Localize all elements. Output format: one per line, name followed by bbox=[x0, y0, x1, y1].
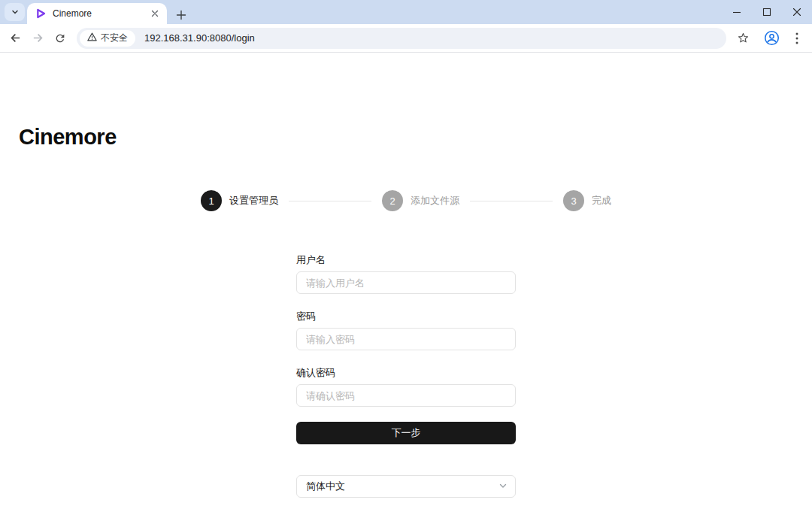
step-2-label: 添加文件源 bbox=[411, 194, 459, 208]
close-window-button[interactable] bbox=[782, 0, 812, 24]
tab-title: Cinemore bbox=[53, 8, 149, 19]
security-chip[interactable]: 不安全 bbox=[80, 30, 135, 47]
warning-triangle-icon bbox=[87, 32, 97, 44]
language-select[interactable]: 简体中文 bbox=[296, 475, 516, 498]
address-bar[interactable]: 不安全 192.168.31.90:8080/login bbox=[77, 28, 726, 49]
setup-stepper: 1 设置管理员 2 添加文件源 3 完成 bbox=[0, 190, 812, 211]
minimize-button[interactable] bbox=[722, 0, 752, 24]
next-step-button[interactable]: 下一步 bbox=[296, 422, 516, 444]
maximize-button[interactable] bbox=[752, 0, 782, 24]
forward-button[interactable] bbox=[27, 28, 48, 49]
step-1-label: 设置管理员 bbox=[229, 194, 278, 208]
confirm-password-label: 确认密码 bbox=[296, 366, 516, 380]
browser-tab[interactable]: Cinemore bbox=[27, 3, 167, 24]
password-label: 密码 bbox=[296, 310, 516, 323]
page-title: Cinemore bbox=[19, 125, 117, 150]
step-2-circle: 2 bbox=[382, 190, 403, 211]
chevron-down-icon bbox=[11, 5, 19, 19]
window-controls bbox=[722, 0, 812, 24]
security-label: 不安全 bbox=[101, 32, 128, 44]
step-set-admin: 1 设置管理员 bbox=[201, 190, 278, 211]
page-content: Cinemore 1 设置管理员 2 添加文件源 3 完成 用户名 密码 确认密… bbox=[0, 53, 812, 518]
stepper-connector bbox=[289, 201, 371, 201]
url-text: 192.168.31.90:8080/login bbox=[144, 32, 255, 44]
back-button[interactable] bbox=[5, 28, 26, 49]
username-input[interactable] bbox=[296, 271, 516, 294]
confirm-password-field-group: 确认密码 bbox=[296, 366, 516, 407]
confirm-password-input[interactable] bbox=[296, 384, 516, 407]
browser-menu-dots-icon[interactable] bbox=[786, 28, 807, 49]
new-tab-button[interactable] bbox=[171, 5, 191, 25]
tab-close-icon[interactable] bbox=[149, 8, 161, 20]
password-input[interactable] bbox=[296, 328, 516, 350]
browser-titlebar: Cinemore bbox=[0, 0, 812, 24]
profile-avatar-icon[interactable] bbox=[761, 28, 782, 49]
browser-toolbar: 不安全 192.168.31.90:8080/login bbox=[0, 24, 812, 53]
chevron-down-icon bbox=[498, 480, 508, 493]
username-field-group: 用户名 bbox=[296, 253, 516, 294]
username-label: 用户名 bbox=[296, 253, 516, 267]
step-add-source: 2 添加文件源 bbox=[382, 190, 459, 211]
step-3-circle: 3 bbox=[563, 190, 584, 211]
cinemore-favicon-play-icon bbox=[35, 8, 47, 20]
step-1-circle: 1 bbox=[201, 190, 222, 211]
language-select-value: 简体中文 bbox=[306, 480, 498, 493]
reload-button[interactable] bbox=[50, 28, 71, 49]
bookmark-star-icon[interactable] bbox=[732, 28, 753, 49]
stepper-connector bbox=[470, 201, 553, 201]
tab-search-button[interactable] bbox=[5, 3, 25, 21]
step-finish: 3 完成 bbox=[563, 190, 611, 211]
admin-setup-form: 用户名 密码 确认密码 下一步 bbox=[296, 253, 516, 444]
password-field-group: 密码 bbox=[296, 310, 516, 350]
step-3-label: 完成 bbox=[592, 194, 611, 208]
